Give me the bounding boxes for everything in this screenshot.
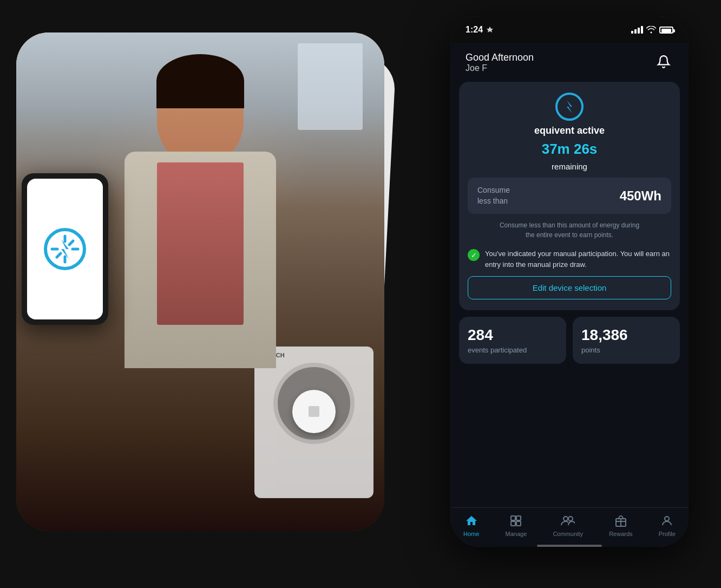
rewards-label: Rewards (609, 531, 632, 537)
app-screen: Good Afternoon Joe F equive (450, 43, 689, 547)
svg-point-7 (568, 517, 573, 521)
status-bar: 1:24 (450, 16, 689, 43)
manage-label: Manage (506, 531, 527, 537)
stats-row: 284 events participated 18,386 points (459, 317, 680, 364)
points-count: 18,386 (581, 326, 671, 344)
svg-rect-5 (516, 521, 521, 526)
events-label: events participated (468, 346, 558, 354)
battery-icon (659, 27, 673, 34)
edit-device-button[interactable]: Edit device selection (468, 276, 671, 299)
rewards-icon (613, 513, 628, 528)
event-timer: 37m 26s (542, 141, 598, 158)
signal-icon (631, 26, 643, 34)
svg-rect-2 (511, 516, 515, 520)
svg-point-1 (556, 94, 582, 120)
greeting-block: Good Afternoon Joe F (466, 52, 534, 73)
participation-row: ✓ You've indicated your manual participa… (468, 246, 671, 272)
events-stat-card: 284 events participated (459, 317, 566, 364)
check-icon: ✓ (468, 249, 480, 261)
event-card: equivent active 37m 26s remaining Consum… (459, 82, 680, 310)
phone-in-hand (22, 173, 108, 325)
person-photo: BOSCH (16, 32, 384, 531)
smart-plug (292, 390, 336, 433)
community-icon (560, 513, 575, 528)
event-remaining-label: remaining (552, 162, 587, 171)
greeting-text: Good Afternoon (466, 52, 534, 63)
wifi-icon (646, 26, 656, 34)
consume-description: Consume less than this amount of energy … (500, 218, 639, 242)
bottom-nav: Home Manage (450, 507, 689, 541)
nav-rewards[interactable]: Rewards (609, 513, 632, 537)
status-time: 1:24 (466, 25, 494, 35)
consume-value: 450Wh (620, 188, 661, 204)
home-icon (464, 513, 479, 528)
home-label: Home (463, 531, 479, 537)
events-count: 284 (468, 326, 558, 344)
app-header: Good Afternoon Joe F (450, 43, 689, 77)
notification-bell[interactable] (654, 52, 673, 71)
profile-label: Profile (659, 531, 676, 537)
nav-home[interactable]: Home (463, 513, 479, 537)
user-name: Joe F (466, 63, 534, 73)
points-stat-card: 18,386 points (573, 317, 680, 364)
profile-icon (659, 513, 674, 528)
community-label: Community (553, 531, 583, 537)
nav-manage[interactable]: Manage (506, 513, 527, 537)
consume-label: Consumeless than (477, 185, 510, 206)
photo-container: BOSCH (16, 32, 406, 541)
equivent-logo (555, 93, 584, 121)
consume-box: Consumeless than 450Wh (468, 178, 671, 214)
svg-point-6 (563, 517, 568, 521)
nav-profile[interactable]: Profile (659, 513, 676, 537)
home-indicator (537, 545, 602, 547)
svg-rect-4 (511, 521, 515, 526)
status-icons (631, 26, 673, 34)
event-title: equivent active (534, 125, 605, 136)
svg-rect-3 (516, 516, 521, 520)
svg-point-11 (665, 517, 669, 521)
points-label: points (581, 346, 671, 354)
manage-icon (508, 513, 523, 528)
app-logo-in-hand (43, 227, 87, 271)
nav-community[interactable]: Community (553, 513, 583, 537)
smartphone-mockup: 1:24 Goo (450, 16, 689, 547)
main-content: equivent active 37m 26s remaining Consum… (450, 77, 689, 507)
participation-text: You've indicated your manual participati… (485, 249, 671, 270)
